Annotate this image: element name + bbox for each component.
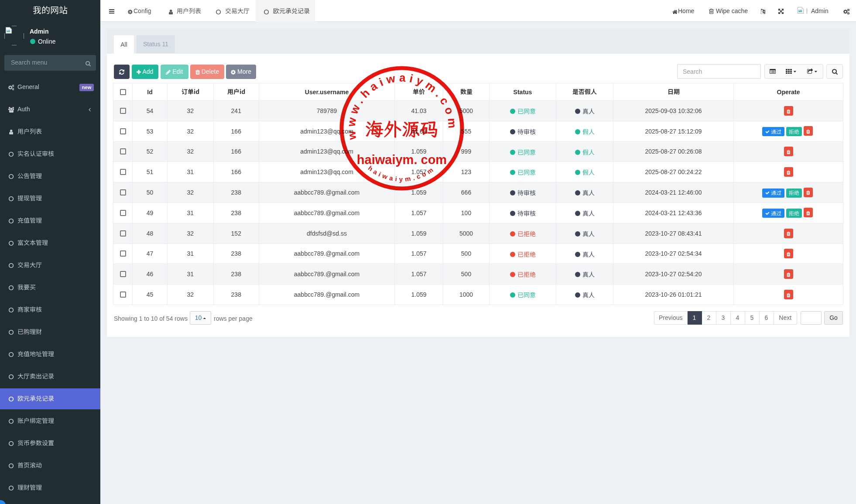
svg-text:haiwaiym.com: haiwaiym.com — [367, 164, 437, 183]
svg-text:haiwaiym. com: haiwaiym. com — [357, 153, 447, 167]
